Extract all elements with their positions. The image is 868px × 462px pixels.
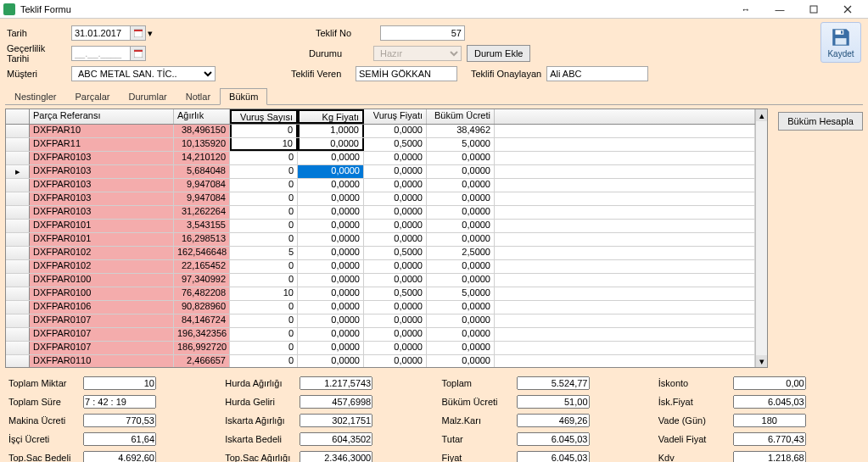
cell-wt[interactable]: 9,947084 xyxy=(174,179,230,192)
durum-ekle-button[interactable]: Durum Ekle xyxy=(467,45,530,62)
tab-nestingler[interactable]: Nestingler xyxy=(5,88,66,105)
cell-vf[interactable]: 0,0000 xyxy=(364,206,427,219)
cell-kg[interactable]: 0,0000 xyxy=(298,260,364,273)
cell-bu[interactable]: 0,0000 xyxy=(427,301,495,314)
save-button[interactable]: Kaydet xyxy=(820,22,861,63)
cell-wt[interactable]: 31,262264 xyxy=(174,206,230,219)
teklifno-field[interactable] xyxy=(380,25,465,41)
cell-vs[interactable]: 0 xyxy=(230,260,298,273)
cell-vs[interactable]: 0 xyxy=(230,125,298,137)
cell-kg[interactable]: 0,0000 xyxy=(298,165,364,178)
malz-field[interactable] xyxy=(517,414,590,427)
cell-ref[interactable]: DXFPAR0103 xyxy=(30,152,174,164)
scroll-up-icon[interactable]: ▴ xyxy=(756,109,767,121)
table-row[interactable]: DXFPAR1038,49615001,00000,000038,4962 xyxy=(6,125,755,138)
sync-icon[interactable]: ↔ xyxy=(729,1,763,18)
cell-kg[interactable]: 0,0000 xyxy=(298,233,364,246)
table-row[interactable]: DXFPAR010097,34099200,00000,00000,0000 xyxy=(6,274,755,287)
col-vs[interactable]: Vuruş Sayısı xyxy=(230,109,298,124)
table-row[interactable]: DXFPAR01039,94708400,00000,00000,0000 xyxy=(6,179,755,192)
cell-bu[interactable]: 0,0000 xyxy=(427,314,495,327)
cell-bu[interactable]: 0,0000 xyxy=(427,165,495,178)
cell-wt[interactable]: 16,298513 xyxy=(174,233,230,246)
cell-vs[interactable]: 0 xyxy=(230,206,298,219)
cell-wt[interactable]: 84,146724 xyxy=(174,314,230,327)
table-row[interactable]: DXFPAR1110,135920100,00000,50005,0000 xyxy=(6,138,755,152)
col-kg[interactable]: Kg Fiyatı xyxy=(298,109,364,124)
col-wt[interactable]: Ağırlık xyxy=(174,109,230,124)
cell-ref[interactable]: DXFPAR0101 xyxy=(30,233,174,246)
grid[interactable]: Parça Referansı Ağırlık Vuruş Sayısı Kg … xyxy=(5,109,768,368)
durumu-select[interactable]: Hazır xyxy=(373,46,462,61)
cell-kg[interactable]: 0,0000 xyxy=(298,247,364,259)
cell-vf[interactable]: 0,5000 xyxy=(364,287,427,300)
cell-wt[interactable]: 76,482208 xyxy=(174,287,230,300)
cell-vf[interactable]: 0,0000 xyxy=(364,233,427,246)
cell-wt[interactable]: 10,135920 xyxy=(174,138,230,151)
cell-wt[interactable]: 38,496150 xyxy=(174,125,230,137)
teklifi-onaylayan-field[interactable] xyxy=(546,66,648,81)
cell-vf[interactable]: 0,0000 xyxy=(364,152,427,164)
scrollbar[interactable]: ▴ ▾ xyxy=(755,109,767,367)
cell-ref[interactable]: DXFPAR0106 xyxy=(30,301,174,314)
scroll-down-icon[interactable]: ▾ xyxy=(756,355,767,367)
cell-vf[interactable]: 0,0000 xyxy=(364,342,427,354)
cell-vf[interactable]: 0,5000 xyxy=(364,138,427,151)
cell-ref[interactable]: DXFPAR11 xyxy=(30,138,174,151)
toplam-field[interactable] xyxy=(517,376,590,390)
cell-wt[interactable]: 22,165452 xyxy=(174,260,230,273)
table-row[interactable]: DXFPAR01102,46665700,00000,00000,0000 xyxy=(6,355,755,367)
table-row[interactable]: DXFPAR0102162,54664850,00000,50002,5000 xyxy=(6,247,755,260)
cell-vf[interactable]: 0,0000 xyxy=(364,220,427,232)
hurda-agirligi-field[interactable] xyxy=(300,376,372,390)
cell-vs[interactable]: 0 xyxy=(230,274,298,287)
col-vf[interactable]: Vuruş Fiyatı xyxy=(364,109,427,124)
makina-field[interactable] xyxy=(83,414,156,427)
cell-kg[interactable]: 0,0000 xyxy=(298,179,364,192)
cell-bu[interactable]: 0,0000 xyxy=(427,274,495,287)
cell-vs[interactable]: 0 xyxy=(230,342,298,354)
cell-ref[interactable]: DXFPAR0107 xyxy=(30,328,174,341)
gecerlilik-field[interactable] xyxy=(71,46,131,61)
table-row[interactable]: DXFPAR010331,26226400,00000,00000,0000 xyxy=(6,206,755,220)
cell-wt[interactable]: 186,992720 xyxy=(174,342,230,354)
cell-vf[interactable]: 0,0000 xyxy=(364,314,427,327)
table-row[interactable]: DXFPAR0107186,99272000,00000,00000,0000 xyxy=(6,342,755,355)
maximize-button[interactable] xyxy=(797,1,831,18)
fiyat-field[interactable] xyxy=(517,451,590,462)
cell-kg[interactable]: 0,0000 xyxy=(298,274,364,287)
cell-ref[interactable]: DXFPAR0103 xyxy=(30,179,174,192)
table-row[interactable]: DXFPAR01039,94708400,00000,00000,0000 xyxy=(6,192,755,206)
cell-ref[interactable]: DXFPAR0100 xyxy=(30,274,174,287)
tab-notlar[interactable]: Notlar xyxy=(176,88,220,105)
cell-vs[interactable]: 0 xyxy=(230,192,298,205)
col-bu[interactable]: Büküm Ücreti xyxy=(427,109,495,124)
scroll-track[interactable] xyxy=(756,121,767,355)
topsac-agirligi-field[interactable] xyxy=(300,451,372,462)
cell-bu[interactable]: 0,0000 xyxy=(427,152,495,164)
table-row[interactable]: DXFPAR010222,16545200,00000,00000,0000 xyxy=(6,260,755,274)
table-row[interactable]: DXFPAR010784,14672400,00000,00000,0000 xyxy=(6,314,755,328)
cell-vs[interactable]: 0 xyxy=(230,355,298,367)
tab-bukum[interactable]: Büküm xyxy=(220,88,267,105)
tab-durumlar[interactable]: Durumlar xyxy=(120,88,176,105)
cell-wt[interactable]: 3,543155 xyxy=(174,220,230,232)
cell-kg[interactable]: 0,0000 xyxy=(298,192,364,205)
cell-wt[interactable]: 2,466657 xyxy=(174,355,230,367)
cell-bu[interactable]: 5,0000 xyxy=(427,138,495,151)
cell-vs[interactable]: 0 xyxy=(230,220,298,232)
cell-kg[interactable]: 1,0000 xyxy=(298,125,364,137)
tab-parcalar[interactable]: Parçalar xyxy=(66,88,120,105)
isk-fiyat-field[interactable] xyxy=(733,395,806,409)
cell-vs[interactable]: 10 xyxy=(230,138,298,151)
cell-bu[interactable]: 2,5000 xyxy=(427,247,495,259)
iskarta-agirligi-field[interactable] xyxy=(300,414,372,427)
hurda-geliri-field[interactable] xyxy=(300,395,372,409)
cell-kg[interactable]: 0,0000 xyxy=(298,138,364,151)
cell-bu[interactable]: 0,0000 xyxy=(427,342,495,354)
cell-wt[interactable]: 9,947084 xyxy=(174,192,230,205)
table-row[interactable]: DXFPAR010690,82896000,00000,00000,0000 xyxy=(6,301,755,314)
tarih-field[interactable] xyxy=(71,25,131,41)
teklifi-veren-field[interactable] xyxy=(356,66,457,81)
chevron-down-icon[interactable]: ▾ xyxy=(148,28,153,39)
